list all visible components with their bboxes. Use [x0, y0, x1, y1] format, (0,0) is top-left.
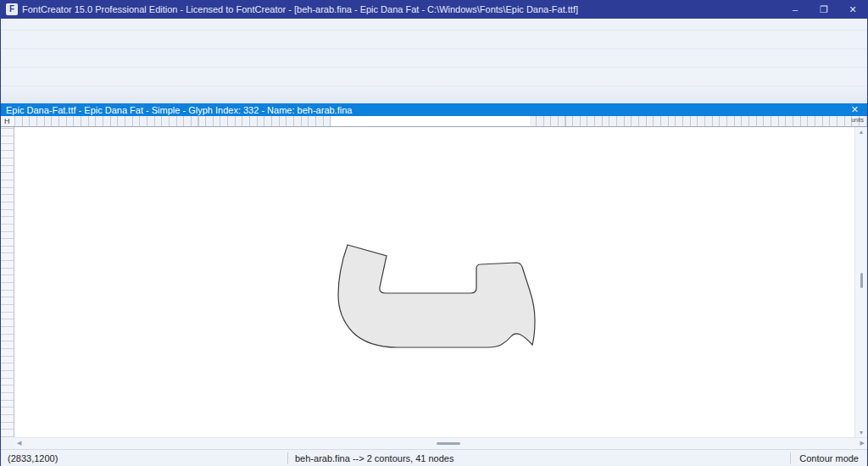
vertical-scroll-thumb[interactable]	[860, 273, 863, 288]
status-bar: (2833,1200) beh-arab.fina --> 2 contours…	[1, 449, 867, 466]
scroll-right-icon[interactable]: ▶	[860, 440, 865, 447]
glyph-main-contour[interactable]	[338, 245, 535, 347]
glyph-edit-canvas[interactable]	[14, 127, 854, 437]
glyph-outline-svg	[14, 127, 854, 437]
close-button[interactable]: ✕	[838, 0, 867, 19]
toolbar-standard	[1, 31, 867, 49]
toolbar-glyph	[1, 68, 867, 86]
infobar-close-icon[interactable]: ✕	[848, 104, 862, 115]
window-title: FontCreator 15.0 Professional Edition - …	[22, 4, 781, 14]
horizontal-ruler[interactable]: units	[14, 116, 867, 126]
app-icon: F	[6, 3, 18, 15]
title-bar: F FontCreator 15.0 Professional Edition …	[1, 0, 867, 19]
horizontal-ruler-row: H units	[1, 116, 867, 127]
vertical-scrollbar[interactable]: ▲ ▼	[854, 127, 867, 437]
restore-button[interactable]: ❐	[810, 0, 838, 19]
horizontal-scroll-thumb[interactable]	[437, 442, 460, 445]
scroll-up-icon[interactable]: ▲	[855, 129, 867, 135]
advance-width-band	[331, 116, 530, 126]
ruler-units-label: units	[851, 117, 864, 123]
menu-bar	[1, 19, 867, 31]
cursor-coordinates: (2833,1200)	[1, 453, 287, 463]
glyph-summary: beh-arab.fina --> 2 contours, 41 nodes	[288, 453, 790, 463]
minimize-button[interactable]: –	[781, 0, 810, 19]
toolbar-drawing	[1, 49, 867, 68]
document-tab-bar	[1, 86, 867, 103]
scroll-left-icon[interactable]: ◀	[17, 440, 21, 447]
horizontal-scrollbar-row: ◀ ▶	[1, 437, 867, 449]
scroll-down-icon[interactable]: ▼	[855, 430, 867, 435]
ruler-origin-label: H	[1, 116, 14, 126]
editor-mode-label: Contour mode	[791, 453, 867, 463]
vertical-ruler[interactable]	[1, 127, 14, 437]
horizontal-scrollbar[interactable]: ◀ ▶	[14, 437, 867, 449]
glyph-info-bar: Epic Dana-Fat.ttf - Epic Dana Fat - Simp…	[1, 103, 867, 116]
glyph-info-text: Epic Dana-Fat.ttf - Epic Dana Fat - Simp…	[6, 105, 848, 115]
